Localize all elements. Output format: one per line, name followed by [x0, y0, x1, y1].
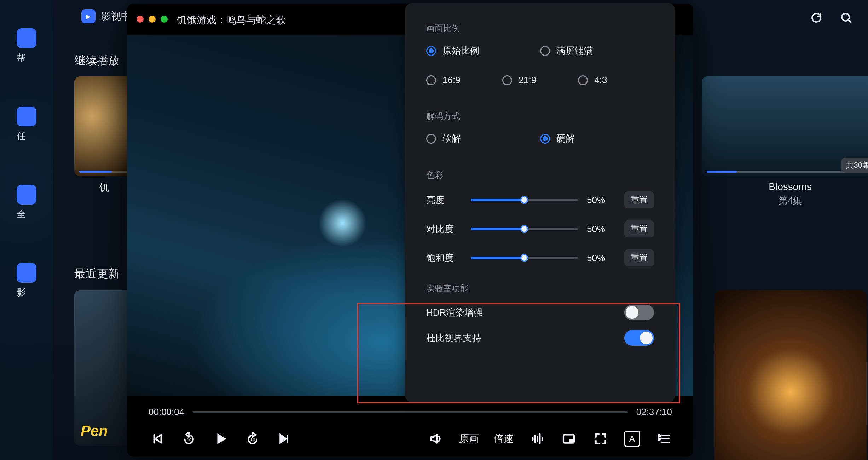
play-icon: ▶: [81, 9, 96, 23]
brightness-reset-button[interactable]: 重置: [624, 191, 654, 208]
equalizer-icon[interactable]: [528, 430, 545, 447]
saturation-slider[interactable]: [471, 257, 578, 259]
player-controls: 10 10 原画 倍速 A: [149, 430, 672, 447]
sidebar-item[interactable]: 影: [17, 263, 36, 299]
forward-10-icon[interactable]: 10: [244, 430, 261, 447]
saturation-reset-button[interactable]: 重置: [624, 249, 654, 266]
aspect-169-radio[interactable]: 16:9: [426, 75, 502, 86]
card-title: Blossoms: [702, 181, 868, 192]
search-icon[interactable]: [838, 10, 854, 25]
sidebar-item[interactable]: 任: [17, 107, 36, 142]
time-total: 02:37:10: [636, 407, 672, 418]
poster-text: Pen: [81, 422, 108, 439]
aspect-43-radio[interactable]: 4:3: [578, 75, 654, 86]
window-traffic-lights[interactable]: [137, 16, 168, 23]
aspect-219-radio[interactable]: 21:9: [502, 75, 578, 86]
card-title: 饥: [74, 181, 134, 195]
recent-card[interactable]: Pen: [74, 290, 134, 446]
zoom-dot[interactable]: [161, 16, 168, 23]
app-chip: ▶ 影视中: [81, 9, 131, 23]
decode-soft-radio[interactable]: 软解: [426, 132, 540, 145]
section-recent-title: 最近更新: [74, 266, 120, 282]
app-chip-label: 影视中: [101, 10, 131, 23]
player-title: 饥饿游戏：鸣鸟与蛇之歌: [177, 13, 286, 27]
contrast-reset-button[interactable]: 重置: [624, 220, 654, 237]
aspect-fill-radio[interactable]: 满屏铺满: [540, 45, 654, 57]
sidebar-item[interactable]: 帮: [17, 28, 36, 64]
prev-track-icon[interactable]: [149, 430, 166, 447]
timeline: 00:00:04 02:37:10: [149, 407, 672, 418]
brightness-row: 亮度 50% 重置: [426, 191, 654, 208]
decode-hard-radio[interactable]: 硬解: [540, 132, 654, 145]
next-track-icon[interactable]: [276, 430, 293, 447]
episode-badge: 共30集: [841, 158, 868, 173]
svg-text:10: 10: [187, 437, 191, 442]
sidebar-item[interactable]: 全: [17, 185, 36, 220]
svg-text:10: 10: [250, 437, 255, 442]
playlist-icon[interactable]: [655, 430, 672, 447]
rewind-10-icon[interactable]: 10: [180, 430, 197, 447]
section-color-label: 色彩: [426, 169, 654, 181]
brightness-slider[interactable]: [471, 199, 578, 201]
refresh-icon[interactable]: [809, 10, 824, 25]
continue-card-blossoms[interactable]: 共30集 Blossoms 第4集: [702, 76, 868, 207]
left-sidebar: 帮 任 全 影: [0, 0, 53, 460]
aspect-original-radio[interactable]: 原始比例: [426, 45, 540, 57]
svg-rect-4: [569, 439, 573, 442]
continue-card[interactable]: 饥: [74, 76, 134, 195]
card-subtitle: 第4集: [702, 195, 868, 207]
contrast-slider[interactable]: [471, 228, 578, 230]
section-aspect-label: 画面比例: [426, 23, 654, 34]
section-lab-label: 实验室功能: [426, 283, 654, 294]
fullscreen-icon[interactable]: [592, 430, 609, 447]
quality-button[interactable]: 原画: [459, 430, 479, 447]
seek-bar[interactable]: [193, 411, 628, 413]
time-current: 00:00:04: [149, 407, 184, 418]
contrast-row: 对比度 50% 重置: [426, 220, 654, 237]
saturation-row: 饱和度 50% 重置: [426, 249, 654, 266]
highlight-box: [357, 303, 680, 403]
speed-button[interactable]: 倍速: [494, 430, 514, 447]
recent-card-oppenheimer[interactable]: [714, 290, 867, 460]
close-dot[interactable]: [137, 16, 144, 23]
section-continue-title: 继续播放: [74, 53, 120, 69]
section-decode-label: 解码方式: [426, 110, 654, 122]
pip-icon[interactable]: [560, 430, 577, 447]
minimize-dot[interactable]: [149, 16, 156, 23]
play-icon[interactable]: [212, 430, 229, 447]
volume-icon[interactable]: [427, 430, 444, 447]
subtitle-icon[interactable]: A: [624, 431, 640, 447]
